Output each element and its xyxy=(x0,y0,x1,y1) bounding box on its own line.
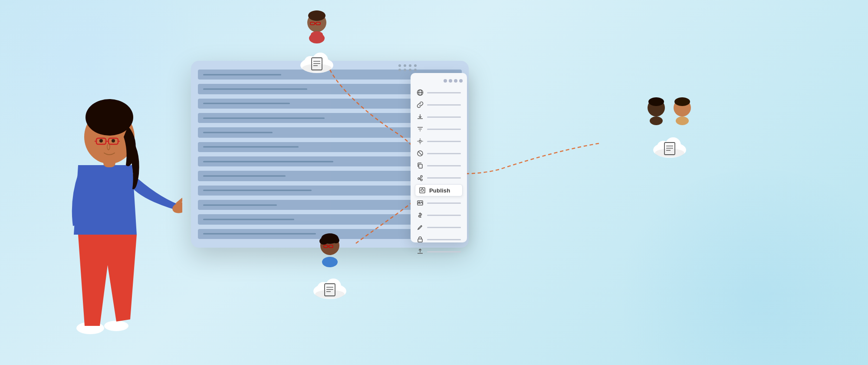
svg-point-44 xyxy=(319,238,328,245)
sidebar-line xyxy=(427,116,461,118)
pencil-icon xyxy=(417,224,424,231)
dot xyxy=(459,79,463,83)
svg-rect-12 xyxy=(418,239,422,242)
cloud-shape-right xyxy=(648,130,691,159)
prohibit-icon xyxy=(417,150,424,157)
cloud-top xyxy=(295,46,339,76)
sidebar-line xyxy=(427,239,461,240)
svg-point-70 xyxy=(112,139,115,143)
presenter-character xyxy=(43,70,182,339)
svg-point-59 xyxy=(104,321,128,331)
sidebar-item-copy[interactable] xyxy=(415,160,463,171)
settings-icon xyxy=(417,138,424,145)
svg-point-23 xyxy=(302,64,332,73)
dot xyxy=(404,64,406,67)
avatar-right-dark xyxy=(640,96,673,130)
publish-label: Publish xyxy=(429,187,450,194)
sidebar-item-link[interactable] xyxy=(415,99,463,110)
sidebar-item-share[interactable] xyxy=(415,172,463,183)
upload-icon xyxy=(417,248,424,255)
svg-rect-6 xyxy=(419,164,422,168)
sidebar-item-download[interactable] xyxy=(415,111,463,123)
copy-icon xyxy=(417,162,424,169)
sidebar-item-dollar[interactable] xyxy=(415,209,463,221)
svg-point-19 xyxy=(311,31,323,38)
svg-point-45 xyxy=(332,237,339,243)
publish-button[interactable]: Publish xyxy=(415,184,463,196)
dot xyxy=(414,69,417,71)
svg-line-7 xyxy=(420,178,421,179)
svg-point-3 xyxy=(419,140,421,143)
dot xyxy=(404,69,406,71)
sidebar-line xyxy=(427,153,461,154)
image-icon xyxy=(417,199,424,206)
svg-point-30 xyxy=(650,116,663,125)
lock-icon xyxy=(417,236,424,243)
sidebar-item-pencil[interactable] xyxy=(415,222,463,233)
avatar-right-pair xyxy=(640,96,699,130)
sidebar-item-filter[interactable] xyxy=(415,123,463,135)
svg-point-37 xyxy=(655,149,684,157)
download-icon xyxy=(417,113,424,120)
dot xyxy=(409,69,411,71)
dot xyxy=(398,69,401,71)
dollar-icon xyxy=(417,212,424,219)
dot xyxy=(414,64,417,67)
svg-point-32 xyxy=(674,97,690,106)
sidebar-line xyxy=(427,165,461,166)
dot xyxy=(398,64,401,67)
share-icon xyxy=(417,174,424,181)
avatar-top xyxy=(297,9,336,48)
bg-glow-right xyxy=(608,169,868,365)
publish-icon xyxy=(419,187,426,194)
dot xyxy=(409,64,411,67)
sidebar-line xyxy=(427,251,461,252)
sidebar-top-dots xyxy=(415,79,463,83)
sidebar-item-settings[interactable] xyxy=(415,136,463,147)
sidebar-line xyxy=(427,177,461,179)
sidebar-line xyxy=(427,202,461,204)
sidebar-item-lock[interactable] xyxy=(415,234,463,245)
avatar-bottom-container xyxy=(308,232,352,300)
cloud-shape-bottom xyxy=(308,272,352,300)
avatar-right-container xyxy=(640,96,699,159)
svg-point-29 xyxy=(648,97,664,106)
dot xyxy=(449,79,452,83)
sidebar-item-globe[interactable] xyxy=(415,87,463,98)
svg-point-33 xyxy=(676,116,689,125)
cloud-shape-top xyxy=(295,46,339,74)
svg-point-14 xyxy=(308,10,326,21)
svg-point-63 xyxy=(85,99,133,136)
sidebar-line xyxy=(427,215,461,216)
filter-icon xyxy=(417,126,424,133)
dot xyxy=(444,79,447,83)
svg-point-69 xyxy=(99,139,103,143)
dot xyxy=(454,79,457,83)
svg-line-8 xyxy=(420,179,421,180)
sidebar-item-image[interactable] xyxy=(415,197,463,209)
avatar-top-container xyxy=(295,9,339,76)
sidebar-line xyxy=(427,104,461,106)
svg-point-53 xyxy=(315,290,345,299)
sidebar-panel: Publish xyxy=(411,73,467,242)
svg-line-5 xyxy=(418,152,422,156)
avatar-bottom xyxy=(312,232,349,272)
sidebar-item-upload[interactable] xyxy=(415,246,463,257)
svg-point-49 xyxy=(322,257,338,267)
link-icon xyxy=(417,101,424,108)
sidebar-line xyxy=(427,92,461,93)
globe-icon xyxy=(417,89,424,96)
sidebar-item-prohibit[interactable] xyxy=(415,148,463,159)
monitor-dots xyxy=(398,64,418,71)
sidebar-line xyxy=(427,227,461,228)
sidebar-line xyxy=(427,141,461,142)
sidebar-line xyxy=(427,129,461,130)
